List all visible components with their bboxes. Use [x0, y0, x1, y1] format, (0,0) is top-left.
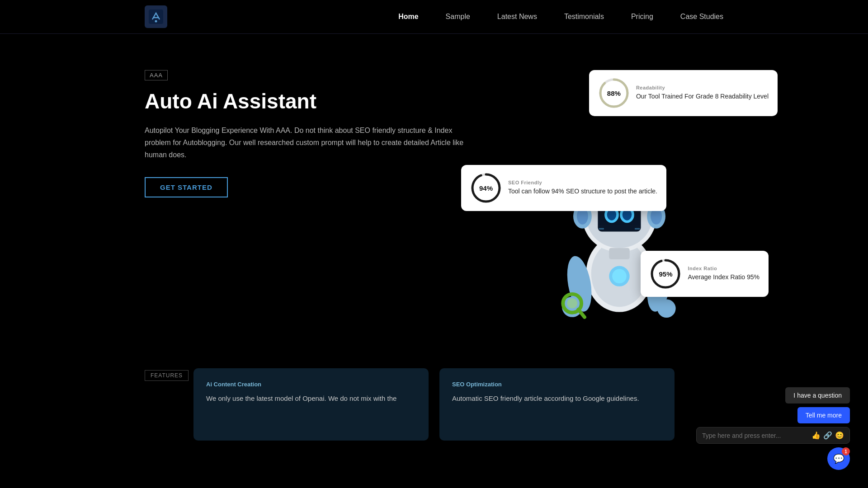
- nav-latest-news[interactable]: Latest News: [497, 13, 537, 21]
- seo-pct: 94%: [479, 184, 493, 192]
- feature-ai-desc: We only use the latest model of Openai. …: [206, 393, 416, 404]
- hero-description: Autopilot Your Blogging Experience With …: [145, 124, 479, 161]
- chat-question-button[interactable]: I have a question: [785, 387, 850, 404]
- svg-rect-21: [609, 248, 629, 259]
- chat-avatar-button[interactable]: 💬 1: [827, 447, 850, 470]
- chat-widget: I have a question Tell me more 👍 🔗 😊 💬 1: [696, 387, 850, 470]
- link-icon[interactable]: 🔗: [823, 431, 832, 440]
- stat-card-readability: 88% Readability Our Tool Trained For Gra…: [589, 70, 778, 116]
- chat-input[interactable]: [702, 432, 808, 439]
- readability-label: Readability: [636, 85, 769, 90]
- hero-section: AAA Auto Ai Assistant Autopilot Your Blo…: [0, 34, 868, 359]
- emoji-icon[interactable]: 😊: [835, 431, 844, 440]
- index-label: Index Ratio: [688, 266, 760, 271]
- feature-card-seo: SEO Optimization Automatic SEO friendly …: [439, 368, 675, 441]
- svg-point-1: [155, 20, 157, 23]
- nav-home[interactable]: Home: [398, 13, 418, 21]
- index-pct: 95%: [659, 270, 672, 278]
- stat-card-seo: 94% SEO Friendly Tool can follow 94% SEO…: [461, 165, 666, 211]
- seo-label: SEO Friendly: [508, 180, 657, 185]
- nav-links: Home Sample Latest News Testimonials Pri…: [398, 13, 723, 21]
- nav-case-studies[interactable]: Case Studies: [680, 13, 723, 21]
- logo[interactable]: [145, 5, 167, 28]
- stat-card-index: 95% Index Ratio Average Index Ratio 95%: [641, 251, 769, 297]
- feature-seo-label: SEO Optimization: [452, 381, 662, 388]
- seo-desc: Tool can follow 94% SEO structure to pos…: [508, 187, 657, 196]
- svg-point-5: [612, 269, 627, 283]
- feature-card-ai: Ai Content Creation We only use the late…: [193, 368, 429, 441]
- feature-ai-label: Ai Content Creation: [206, 381, 416, 388]
- robot-illustration: 94% SEO Friendly Tool can follow 94% SEO…: [461, 61, 778, 359]
- nav-testimonials[interactable]: Testimonials: [564, 13, 604, 21]
- chat-badge-count: 1: [842, 447, 850, 455]
- chat-icon-group: 👍 🔗 😊: [811, 431, 844, 440]
- chat-input-row: 👍 🔗 😊: [696, 427, 850, 444]
- features-badge: FEATURES: [145, 370, 189, 381]
- thumbs-up-icon[interactable]: 👍: [811, 431, 821, 440]
- svg-rect-16: [635, 228, 640, 230]
- readability-desc: Our Tool Trained For Grade 8 Readability…: [636, 92, 769, 101]
- svg-point-26: [567, 298, 577, 309]
- nav-pricing[interactable]: Pricing: [631, 13, 653, 21]
- feature-seo-desc: Automatic SEO friendly article according…: [452, 393, 662, 404]
- index-desc: Average Index Ratio 95%: [688, 273, 760, 282]
- navbar: Home Sample Latest News Testimonials Pri…: [0, 0, 868, 34]
- hero-badge: AAA: [145, 70, 168, 80]
- svg-point-28: [657, 299, 676, 318]
- chat-more-button[interactable]: Tell me more: [797, 407, 850, 423]
- readability-pct: 88%: [607, 89, 621, 97]
- get-started-button[interactable]: GET STARTED: [145, 177, 228, 197]
- logo-icon: [145, 5, 167, 28]
- svg-rect-15: [599, 228, 604, 230]
- chat-bot-icon: 💬: [833, 453, 844, 464]
- nav-sample[interactable]: Sample: [446, 13, 470, 21]
